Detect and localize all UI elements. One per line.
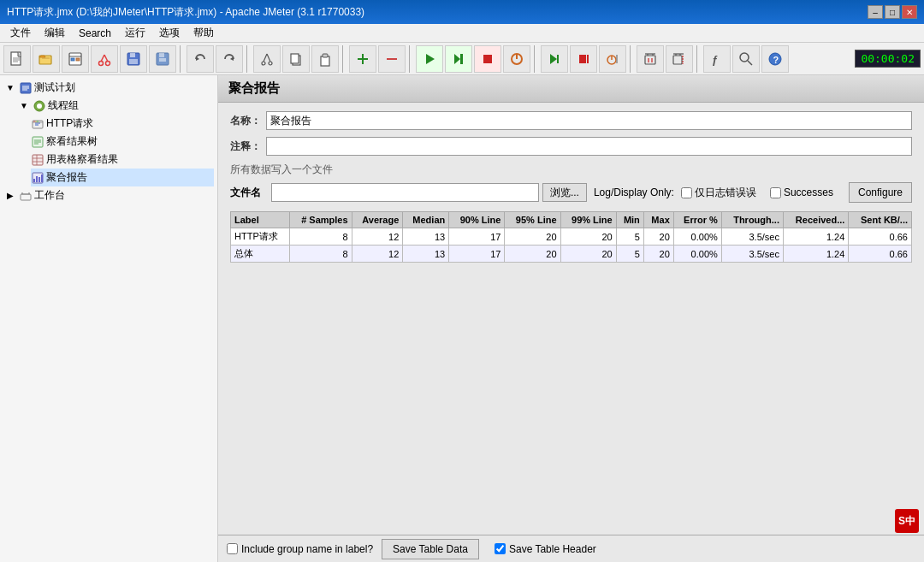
sep3 xyxy=(342,45,346,73)
svg-rect-37 xyxy=(483,55,492,63)
shutdown-button[interactable] xyxy=(503,45,530,73)
remote-start-button[interactable] xyxy=(541,45,568,73)
title-bar: HTTP请求.jmx (D:\我的JMeter\HTTP请求.jmx) - Ap… xyxy=(0,0,924,24)
error-log-checkbox-label[interactable]: 仅日志错误误 xyxy=(681,186,756,200)
col-99line: 99% Line xyxy=(560,212,616,228)
expand-button[interactable] xyxy=(349,45,376,73)
col-throughput: Through... xyxy=(721,212,783,228)
start-button[interactable] xyxy=(416,45,443,73)
clear-button[interactable] xyxy=(637,45,664,73)
copy-button[interactable] xyxy=(282,45,310,73)
stop-button[interactable] xyxy=(474,45,501,73)
sidebar-label-view-tree: 察看结果树 xyxy=(46,134,98,149)
comment-row: 注释： xyxy=(230,137,912,156)
search-button[interactable] xyxy=(732,45,760,73)
redo-button[interactable] xyxy=(216,45,243,73)
table-cell: 5 xyxy=(616,246,643,263)
undo-button[interactable] xyxy=(187,45,214,73)
save-table-header-checkbox[interactable] xyxy=(495,543,506,554)
sidebar-item-workbench[interactable]: ▶ 工作台 xyxy=(3,186,214,204)
svg-marker-40 xyxy=(550,54,557,64)
sidebar-label-view-table: 用表格察看结果 xyxy=(46,152,118,167)
svg-rect-87 xyxy=(41,175,43,182)
file-section-title: 所有数据写入一个文件 xyxy=(230,163,912,177)
menu-help[interactable]: 帮助 xyxy=(187,24,221,43)
table-cell: 3.5/sec xyxy=(721,228,783,246)
paste-button[interactable] xyxy=(311,45,339,73)
successes-checkbox[interactable] xyxy=(770,187,781,198)
close-button[interactable]: ✕ xyxy=(902,5,917,19)
title-text: HTTP请求.jmx (D:\我的JMeter\HTTP请求.jmx) - Ap… xyxy=(7,5,364,20)
svg-text:?: ? xyxy=(773,54,779,64)
remote-stop-button[interactable] xyxy=(570,45,597,73)
include-group-checkbox[interactable] xyxy=(227,543,238,554)
table-cell: 13 xyxy=(403,246,449,263)
svg-point-68 xyxy=(37,104,42,109)
scroll-logo: S中 xyxy=(895,509,919,533)
table-row: HTTP请求812131720205200.00%3.5/sec1.240.66 xyxy=(231,228,912,246)
col-error: Error % xyxy=(673,212,721,228)
content-panel: 聚合报告 名称： 注释： 所有数据写入一个文件 文件名 浏览... Log/Di… xyxy=(218,75,924,562)
sidebar-item-view-results-table[interactable]: 用表格察看结果 xyxy=(31,151,214,169)
svg-rect-9 xyxy=(76,58,80,61)
svg-marker-36 xyxy=(460,54,463,64)
sep1 xyxy=(180,45,183,73)
sidebar-item-view-results-tree[interactable]: 察看结果树 xyxy=(31,133,214,151)
new-button[interactable] xyxy=(3,45,31,73)
menu-run[interactable]: 运行 xyxy=(118,24,152,43)
sidebar-item-http-request[interactable]: HTTP请求 xyxy=(31,115,214,133)
svg-marker-35 xyxy=(454,54,460,64)
svg-line-26 xyxy=(267,54,270,62)
cut-button2[interactable] xyxy=(91,45,118,73)
include-group-label[interactable]: Include group name in label? xyxy=(227,543,373,555)
menu-file[interactable]: 文件 xyxy=(3,24,38,43)
sep6 xyxy=(630,45,633,73)
table-cell: 8 xyxy=(289,246,352,263)
save-table-data-button[interactable]: Save Table Data xyxy=(382,539,479,559)
table-cell: 0.00% xyxy=(673,246,721,263)
maximize-button[interactable]: □ xyxy=(885,5,900,19)
menu-search[interactable]: Search xyxy=(72,24,118,43)
svg-point-72 xyxy=(33,121,35,122)
menu-options[interactable]: 选项 xyxy=(152,24,187,43)
comment-input[interactable] xyxy=(266,137,912,156)
sidebar-item-aggregate-report[interactable]: 聚合报告 xyxy=(31,169,214,186)
expand-icon: ▼ xyxy=(3,81,17,95)
save-button[interactable] xyxy=(120,45,147,73)
col-median: Median xyxy=(403,212,449,228)
clear-all-button[interactable] xyxy=(666,45,693,73)
col-label: Label xyxy=(231,212,290,228)
table-row: 总体812131720205200.00%3.5/sec1.240.66 xyxy=(231,246,912,263)
menu-edit[interactable]: 编辑 xyxy=(38,24,72,43)
svg-rect-15 xyxy=(130,53,135,57)
function-helper-button[interactable]: ƒ xyxy=(703,45,731,73)
name-input[interactable] xyxy=(266,111,912,130)
templates-button[interactable] xyxy=(62,45,89,73)
test-plan-icon xyxy=(19,81,33,95)
toolbar: ƒ ? 00:00:02 xyxy=(0,43,924,75)
browse-button[interactable]: 浏览... xyxy=(542,183,587,202)
thread-group-icon xyxy=(33,99,46,113)
svg-rect-53 xyxy=(673,56,682,64)
sep2 xyxy=(246,45,250,73)
open-button[interactable] xyxy=(33,45,60,73)
timer-display: 00:00:02 xyxy=(855,50,921,68)
start-no-pause-button[interactable] xyxy=(445,45,472,73)
table-cell: 20 xyxy=(560,228,616,246)
sidebar-item-test-plan[interactable]: ▼ 测试计划 xyxy=(3,79,214,97)
file-name-input[interactable] xyxy=(271,183,539,202)
successes-checkbox-label[interactable]: Successes xyxy=(770,186,833,198)
configure-button[interactable]: Configure xyxy=(849,182,912,203)
minimize-button[interactable]: – xyxy=(868,5,883,19)
sidebar-label-aggregate: 聚合报告 xyxy=(46,170,87,185)
collapse-button[interactable] xyxy=(378,45,406,73)
error-log-checkbox[interactable] xyxy=(681,187,692,198)
help-button[interactable]: ? xyxy=(761,45,789,73)
cut-button[interactable] xyxy=(253,45,281,73)
save-header-label[interactable]: Save Table Header xyxy=(495,543,596,555)
sidebar-item-thread-group[interactable]: ▼ 线程组 xyxy=(17,97,214,115)
table-cell: 5 xyxy=(616,228,643,246)
remote-shutdown-button[interactable] xyxy=(599,45,626,73)
save-config-button[interactable] xyxy=(149,45,176,73)
col-samples: # Samples xyxy=(289,212,352,228)
